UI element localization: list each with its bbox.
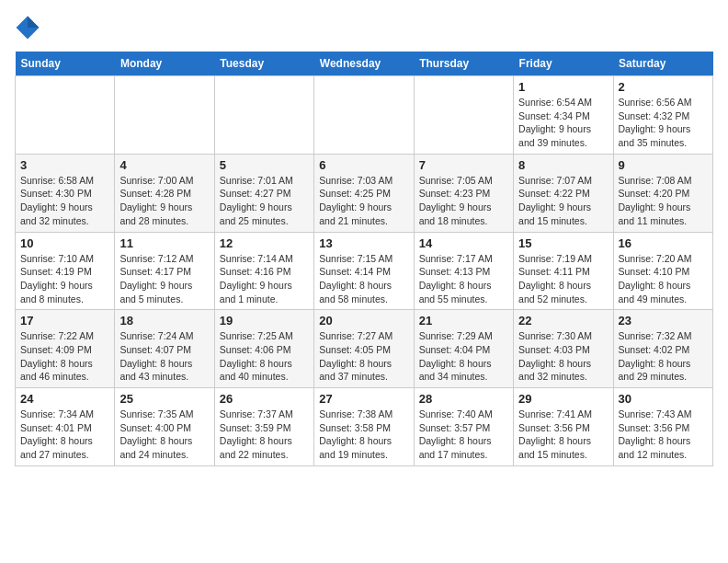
calendar-cell: 2Sunrise: 6:56 AM Sunset: 4:32 PM Daylig… xyxy=(613,76,712,155)
day-info: Sunrise: 7:12 AM Sunset: 4:17 PM Dayligh… xyxy=(119,252,209,306)
day-info: Sunrise: 7:14 AM Sunset: 4:16 PM Dayligh… xyxy=(220,252,309,306)
calendar-cell: 27Sunrise: 7:38 AM Sunset: 3:58 PM Dayli… xyxy=(314,388,414,466)
day-number: 16 xyxy=(619,236,708,250)
day-info: Sunrise: 7:34 AM Sunset: 4:01 PM Dayligh… xyxy=(20,408,109,462)
day-number: 9 xyxy=(619,158,708,172)
calendar-cell: 19Sunrise: 7:25 AM Sunset: 4:06 PM Dayli… xyxy=(214,310,313,388)
day-number: 27 xyxy=(319,392,408,406)
weekday-header-thursday: Thursday xyxy=(414,52,513,76)
day-info: Sunrise: 7:20 AM Sunset: 4:10 PM Dayligh… xyxy=(619,252,708,306)
day-number: 10 xyxy=(20,236,109,250)
day-number: 8 xyxy=(518,158,608,172)
day-number: 17 xyxy=(20,314,109,327)
day-info: Sunrise: 7:15 AM Sunset: 4:14 PM Dayligh… xyxy=(319,252,408,306)
calendar-cell: 20Sunrise: 7:27 AM Sunset: 4:05 PM Dayli… xyxy=(314,310,414,388)
calendar-cell: 5Sunrise: 7:01 AM Sunset: 4:27 PM Daylig… xyxy=(214,154,313,232)
day-number: 11 xyxy=(119,236,209,250)
calendar-cell: 24Sunrise: 7:34 AM Sunset: 4:01 PM Dayli… xyxy=(16,388,115,466)
calendar-cell: 4Sunrise: 7:00 AM Sunset: 4:28 PM Daylig… xyxy=(115,154,214,232)
calendar-cell: 26Sunrise: 7:37 AM Sunset: 3:59 PM Dayli… xyxy=(214,388,313,466)
calendar-cell: 28Sunrise: 7:40 AM Sunset: 3:57 PM Dayli… xyxy=(414,388,513,466)
calendar-cell: 8Sunrise: 7:07 AM Sunset: 4:22 PM Daylig… xyxy=(514,154,613,232)
day-number: 20 xyxy=(319,314,408,327)
calendar-cell: 16Sunrise: 7:20 AM Sunset: 4:10 PM Dayli… xyxy=(613,232,712,310)
day-info: Sunrise: 7:05 AM Sunset: 4:23 PM Dayligh… xyxy=(419,174,508,228)
calendar-cell: 1Sunrise: 6:54 AM Sunset: 4:34 PM Daylig… xyxy=(514,76,613,155)
day-info: Sunrise: 7:10 AM Sunset: 4:19 PM Dayligh… xyxy=(20,252,109,306)
calendar-cell xyxy=(16,76,115,155)
calendar-cell: 15Sunrise: 7:19 AM Sunset: 4:11 PM Dayli… xyxy=(514,232,613,310)
day-number: 15 xyxy=(518,236,608,250)
calendar-cell: 17Sunrise: 7:22 AM Sunset: 4:09 PM Dayli… xyxy=(16,310,115,388)
day-number: 2 xyxy=(619,80,708,94)
day-number: 26 xyxy=(220,392,309,406)
day-info: Sunrise: 7:03 AM Sunset: 4:25 PM Dayligh… xyxy=(319,174,408,228)
day-info: Sunrise: 7:07 AM Sunset: 4:22 PM Dayligh… xyxy=(518,174,608,228)
calendar-cell: 29Sunrise: 7:41 AM Sunset: 3:56 PM Dayli… xyxy=(514,388,613,466)
day-number: 18 xyxy=(119,314,209,327)
day-number: 30 xyxy=(619,392,708,406)
weekday-header-saturday: Saturday xyxy=(613,52,712,76)
calendar-cell: 11Sunrise: 7:12 AM Sunset: 4:17 PM Dayli… xyxy=(115,232,214,310)
day-info: Sunrise: 7:37 AM Sunset: 3:59 PM Dayligh… xyxy=(220,408,309,462)
calendar-cell: 13Sunrise: 7:15 AM Sunset: 4:14 PM Dayli… xyxy=(314,232,414,310)
day-info: Sunrise: 7:35 AM Sunset: 4:00 PM Dayligh… xyxy=(119,408,209,462)
day-number: 14 xyxy=(419,236,508,250)
calendar-cell: 12Sunrise: 7:14 AM Sunset: 4:16 PM Dayli… xyxy=(214,232,313,310)
calendar-week-row: 24Sunrise: 7:34 AM Sunset: 4:01 PM Dayli… xyxy=(16,388,713,466)
day-info: Sunrise: 7:19 AM Sunset: 4:11 PM Dayligh… xyxy=(518,252,608,306)
day-info: Sunrise: 7:22 AM Sunset: 4:09 PM Dayligh… xyxy=(20,329,109,384)
day-info: Sunrise: 7:01 AM Sunset: 4:27 PM Dayligh… xyxy=(220,174,309,228)
calendar-cell: 3Sunrise: 6:58 AM Sunset: 4:30 PM Daylig… xyxy=(16,154,115,232)
day-number: 12 xyxy=(220,236,309,250)
weekday-header-sunday: Sunday xyxy=(16,52,115,76)
calendar-week-row: 3Sunrise: 6:58 AM Sunset: 4:30 PM Daylig… xyxy=(16,154,713,232)
day-number: 28 xyxy=(419,392,508,406)
calendar-table: SundayMondayTuesdayWednesdayThursdayFrid… xyxy=(15,52,713,466)
day-number: 23 xyxy=(619,314,708,327)
day-info: Sunrise: 7:08 AM Sunset: 4:20 PM Dayligh… xyxy=(619,174,708,228)
calendar-cell: 21Sunrise: 7:29 AM Sunset: 4:04 PM Dayli… xyxy=(414,310,513,388)
day-info: Sunrise: 6:54 AM Sunset: 4:34 PM Dayligh… xyxy=(518,96,608,150)
logo xyxy=(15,15,44,40)
day-number: 3 xyxy=(20,158,109,172)
weekday-header-wednesday: Wednesday xyxy=(314,52,414,76)
day-info: Sunrise: 7:29 AM Sunset: 4:04 PM Dayligh… xyxy=(419,329,508,384)
logo-icon xyxy=(15,15,40,40)
day-number: 13 xyxy=(319,236,408,250)
day-number: 19 xyxy=(220,314,309,327)
day-info: Sunrise: 7:25 AM Sunset: 4:06 PM Dayligh… xyxy=(220,329,309,384)
day-number: 22 xyxy=(518,314,608,327)
calendar-cell xyxy=(414,76,513,155)
weekday-header-tuesday: Tuesday xyxy=(214,52,313,76)
calendar-cell xyxy=(115,76,214,155)
day-number: 29 xyxy=(518,392,608,406)
calendar-cell: 7Sunrise: 7:05 AM Sunset: 4:23 PM Daylig… xyxy=(414,154,513,232)
calendar-cell: 22Sunrise: 7:30 AM Sunset: 4:03 PM Dayli… xyxy=(514,310,613,388)
day-info: Sunrise: 7:41 AM Sunset: 3:56 PM Dayligh… xyxy=(518,408,608,462)
day-info: Sunrise: 7:27 AM Sunset: 4:05 PM Dayligh… xyxy=(319,329,408,384)
day-number: 25 xyxy=(119,392,209,406)
calendar-cell: 9Sunrise: 7:08 AM Sunset: 4:20 PM Daylig… xyxy=(613,154,712,232)
calendar-week-row: 1Sunrise: 6:54 AM Sunset: 4:34 PM Daylig… xyxy=(16,76,713,155)
calendar-week-row: 17Sunrise: 7:22 AM Sunset: 4:09 PM Dayli… xyxy=(16,310,713,388)
day-info: Sunrise: 7:38 AM Sunset: 3:58 PM Dayligh… xyxy=(319,408,408,462)
calendar-week-row: 10Sunrise: 7:10 AM Sunset: 4:19 PM Dayli… xyxy=(16,232,713,310)
day-info: Sunrise: 7:24 AM Sunset: 4:07 PM Dayligh… xyxy=(119,329,209,384)
calendar-cell: 18Sunrise: 7:24 AM Sunset: 4:07 PM Dayli… xyxy=(115,310,214,388)
day-number: 21 xyxy=(419,314,508,327)
day-number: 7 xyxy=(419,158,508,172)
weekday-header-row: SundayMondayTuesdayWednesdayThursdayFrid… xyxy=(16,52,713,76)
day-info: Sunrise: 6:56 AM Sunset: 4:32 PM Dayligh… xyxy=(619,96,708,150)
calendar-cell: 6Sunrise: 7:03 AM Sunset: 4:25 PM Daylig… xyxy=(314,154,414,232)
day-number: 24 xyxy=(20,392,109,406)
weekday-header-monday: Monday xyxy=(115,52,214,76)
day-info: Sunrise: 6:58 AM Sunset: 4:30 PM Dayligh… xyxy=(20,174,109,228)
weekday-header-friday: Friday xyxy=(514,52,613,76)
day-info: Sunrise: 7:17 AM Sunset: 4:13 PM Dayligh… xyxy=(419,252,508,306)
day-info: Sunrise: 7:40 AM Sunset: 3:57 PM Dayligh… xyxy=(419,408,508,462)
day-number: 4 xyxy=(119,158,209,172)
calendar-cell: 25Sunrise: 7:35 AM Sunset: 4:00 PM Dayli… xyxy=(115,388,214,466)
day-info: Sunrise: 7:30 AM Sunset: 4:03 PM Dayligh… xyxy=(518,329,608,384)
day-number: 1 xyxy=(518,80,608,94)
